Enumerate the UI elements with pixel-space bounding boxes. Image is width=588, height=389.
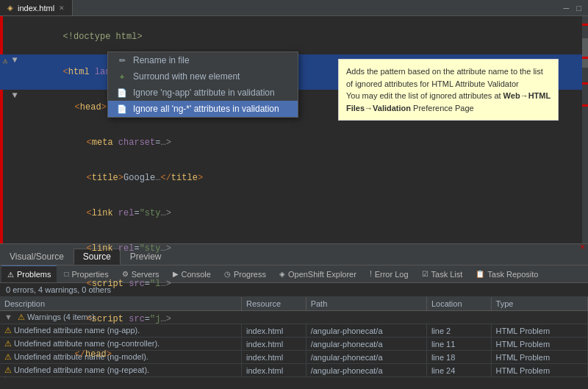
gutter-5 <box>0 160 10 161</box>
code-line-9: <script src="j…> <box>0 301 588 337</box>
fold-3: ▼ <box>10 90 19 101</box>
ignore-ngapp-icon: 📄 <box>117 88 127 98</box>
gutter-7 <box>0 231 10 232</box>
line-content-11: <body ng-control… <box>19 372 588 377</box>
line-content-7: <link rel="sty…> <box>19 231 588 266</box>
menu-item-rename-label: Rename in file <box>133 55 190 65</box>
tab-window-controls: ─ □ <box>562 3 588 13</box>
code-line-7: <link rel="sty…> <box>0 231 588 266</box>
code-line-8: <script src="l…> <box>0 266 588 301</box>
gutter-4 <box>0 125 10 126</box>
code-line-6: <link rel="sty…> <box>0 196 588 231</box>
scroll-error-marker-3 <box>582 82 588 85</box>
line-content-8: <script src="l…> <box>19 266 588 301</box>
menu-item-ignore-ng-all-label: Ignore all 'ng-*' attributes in validati… <box>133 104 279 114</box>
scroll-error-marker-2 <box>582 57 588 59</box>
tab-bar: ◈ index.html ✕ ─ □ <box>0 0 588 16</box>
code-line-10: </head> <box>0 337 588 372</box>
line-content-10: </head> <box>19 337 588 372</box>
fold-2: ▼ <box>10 54 19 66</box>
code-line-1: <!doctype html> <box>0 19 588 54</box>
scroll-track[interactable] <box>582 16 588 243</box>
menu-item-ignore-ngapp-label: Ignore 'ng-app' attribute in validation <box>133 88 275 98</box>
line-content-9: <script src="j…> <box>19 301 588 337</box>
context-menu: ✏ Rename in file + Surround with new ele… <box>107 51 298 118</box>
ignore-ng-all-icon: 📄 <box>117 104 127 114</box>
scroll-thumb[interactable] <box>582 38 588 68</box>
minimize-button[interactable]: ─ <box>562 3 572 13</box>
editor-tab-index-html[interactable]: ◈ index.html ✕ <box>0 0 73 15</box>
gutter-2: ⚠ <box>0 54 10 67</box>
scroll-error-marker-1 <box>582 24 588 26</box>
gutter-3 <box>0 90 10 90</box>
gutter-11: ⚠ <box>0 372 10 377</box>
menu-item-ignore-ngapp[interactable]: 📄 Ignore 'ng-app' attribute in validatio… <box>108 85 298 101</box>
menu-item-surround-label: Surround with new element <box>133 71 240 82</box>
code-line-5: <title>Google…</title> <box>0 160 588 196</box>
gutter-9 <box>0 301 10 302</box>
line-content-1: <!doctype html> <box>19 19 588 54</box>
code-line-4: <meta charset=…> <box>0 125 588 160</box>
gutter-8 <box>0 266 10 267</box>
gutter-6 <box>0 196 10 196</box>
surround-icon: + <box>117 71 127 82</box>
tab-icon: ◈ <box>7 4 13 12</box>
code-line-11: ⚠ <body ng-control… <box>0 372 588 377</box>
tooltip-box: Adds the pattern based on the attribute … <box>338 59 559 121</box>
gutter-10 <box>0 337 10 338</box>
line-content-5: <title>Google…</title> <box>19 160 588 196</box>
rename-icon: ✏ <box>117 55 127 65</box>
line-content-4: <meta charset=…> <box>19 125 588 160</box>
menu-item-surround[interactable]: + Surround with new element <box>108 68 298 85</box>
gutter-1 <box>0 19 10 20</box>
tooltip-text-after: Preference Page <box>411 104 474 113</box>
tab-label: index.html <box>18 4 54 13</box>
menu-item-rename[interactable]: ✏ Rename in file <box>108 52 298 68</box>
maximize-button[interactable]: □ <box>574 3 584 13</box>
line-content-6: <link rel="sty…> <box>19 196 588 231</box>
tab-dirty-marker: ✕ <box>59 4 65 12</box>
scroll-error-marker-4 <box>582 104 588 107</box>
menu-item-ignore-ng-all[interactable]: 📄 Ignore all 'ng-*' attributes in valida… <box>108 101 298 117</box>
editor-area: <!doctype html> ⚠ ▼ <html lang="en" ng-a… <box>0 16 588 244</box>
